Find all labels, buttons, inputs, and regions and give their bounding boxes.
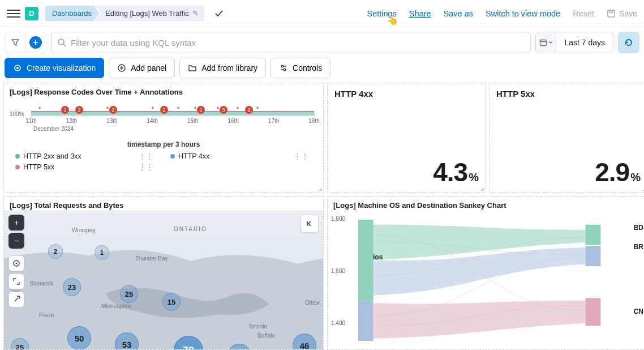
switch-view-link[interactable]: Switch to view mode — [486, 9, 560, 18]
panel-http-4xx[interactable]: HTTP 4xx 4.3% — [327, 83, 486, 193]
annotation-marker[interactable]: * — [216, 104, 219, 113]
map-cluster[interactable]: 2 — [48, 244, 63, 259]
svg-rect-17 — [358, 220, 373, 301]
map-cluster[interactable]: 50 — [67, 326, 91, 350]
save-icon — [607, 9, 616, 18]
map-svg — [4, 210, 323, 349]
map-city-label: Ottaw — [305, 300, 320, 306]
collapse-icon — [305, 219, 314, 228]
breadcrumb-root[interactable]: Dashboards — [45, 6, 100, 22]
annotation-marker[interactable]: 2 — [197, 104, 205, 114]
breadcrumb-current[interactable]: Editing [Logs] Web Traffic ✎ — [95, 6, 204, 22]
annotation-marker[interactable]: 2 — [245, 104, 253, 114]
date-picker[interactable]: Last 7 days — [535, 32, 613, 53]
x-tick: 18th — [308, 118, 319, 124]
add-panel-button[interactable]: Add panel — [109, 58, 175, 78]
annotation-marker[interactable]: * — [194, 104, 196, 113]
filter-button[interactable] — [5, 32, 25, 53]
map-city-label: Pierre — [39, 312, 54, 318]
save-as-link[interactable]: Save as — [444, 9, 473, 18]
sankey-target-label: CN — [634, 308, 643, 315]
plus-icon: + — [29, 36, 42, 49]
controls-label: Controls — [293, 63, 322, 72]
map-city-label: Winnipeg — [72, 227, 96, 233]
y-tick: 1,600 — [331, 268, 345, 274]
annotation-marker[interactable]: * — [38, 104, 41, 113]
app-logo-badge[interactable]: D — [25, 7, 38, 20]
y-tick: 1,400 — [331, 320, 345, 326]
reset-link: Reset — [573, 9, 594, 18]
zoom-out-button[interactable]: − — [8, 233, 24, 249]
annotation-marker[interactable]: * — [106, 104, 109, 113]
add-from-library-button[interactable]: Add from library — [179, 58, 266, 78]
zoom-in-button[interactable]: + — [8, 215, 24, 231]
annotation-marker[interactable]: 2 — [75, 104, 83, 114]
kql-search[interactable] — [51, 32, 531, 53]
annotation-markers: *22*2*2**2*3*2* — [31, 104, 314, 112]
panel-response-codes[interactable]: [Logs] Response Codes Over Time + Annota… — [3, 83, 324, 193]
metric-title: HTTP 4xx — [328, 83, 485, 104]
map-city-label: Buffalo — [257, 332, 275, 339]
hamburger-menu-icon[interactable] — [7, 7, 20, 20]
legend-item[interactable]: HTTP 5xx⋮⋮ — [15, 163, 157, 171]
annotation-marker[interactable]: 2 — [160, 104, 168, 114]
refresh-icon — [624, 38, 633, 47]
map-cluster[interactable]: 23 — [63, 278, 81, 296]
share-link[interactable]: Share — [409, 9, 431, 18]
sliders-icon — [279, 63, 288, 72]
panel-title: [Logs] Machine OS and Destination Sankey… — [328, 197, 644, 212]
chevron-down-icon — [548, 40, 553, 45]
add-library-label: Add from library — [201, 63, 257, 72]
add-filter-button[interactable]: + — [25, 32, 46, 53]
filter-group: + — [5, 32, 46, 53]
confirm-title-button[interactable] — [212, 7, 226, 20]
y-axis-label: 100% — [10, 111, 24, 117]
x-tick: 14th — [147, 118, 158, 124]
x-tick: 11th — [25, 118, 36, 124]
kql-input[interactable] — [71, 38, 525, 48]
y-tick: 1,800 — [331, 216, 345, 222]
legend-item[interactable]: HTTP 2xx and 3xx⋮⋮ — [15, 152, 157, 160]
metric-title: HTTP 5xx — [490, 83, 644, 104]
plus-circle-icon — [117, 63, 126, 72]
annotation-marker[interactable]: 3 — [220, 104, 227, 114]
map-tool-controls — [8, 255, 24, 308]
panel-sankey[interactable]: [Logs] Machine OS and Destination Sankey… — [327, 196, 644, 350]
date-range-label[interactable]: Last 7 days — [556, 32, 613, 53]
resize-handle[interactable] — [319, 187, 322, 191]
resize-handle[interactable] — [480, 187, 484, 191]
map-city-label: Toronto — [248, 323, 267, 330]
legend-toggle-button[interactable] — [300, 215, 319, 233]
metric-value: 2.9% — [595, 157, 640, 187]
create-visualization-button[interactable]: Create visualization — [5, 58, 104, 78]
refresh-button[interactable] — [618, 32, 639, 53]
annotation-marker[interactable]: 2 — [61, 104, 69, 114]
svg-rect-18 — [358, 301, 373, 341]
annotation-marker[interactable]: 2 — [109, 104, 117, 114]
map-canvas[interactable]: Winnipeg ONTARIO Thunder Bay Bismarck Mi… — [4, 210, 323, 349]
map-zoom-controls: + − — [8, 215, 24, 249]
sankey-chart: 1,800 1,600 1,400 ios — [331, 211, 643, 349]
panel-http-5xx[interactable]: HTTP 5xx 2.9% — [489, 83, 644, 193]
map-cluster[interactable]: 1 — [95, 245, 109, 260]
pencil-icon: ✎ — [192, 9, 199, 18]
create-viz-label: Create visualization — [27, 63, 96, 72]
svg-rect-21 — [586, 298, 601, 326]
annotation-marker[interactable]: * — [177, 104, 179, 113]
expand-button[interactable] — [8, 274, 24, 289]
save-button: Save — [607, 9, 637, 18]
calendar-button[interactable] — [536, 32, 556, 53]
panel-map[interactable]: [Logs] Total Requests and Bytes Winnipeg… — [3, 196, 324, 350]
controls-button[interactable]: Controls — [271, 58, 330, 78]
annotation-marker[interactable]: * — [151, 104, 154, 113]
fit-bounds-button[interactable] — [8, 255, 24, 271]
tools-button[interactable] — [8, 292, 24, 308]
legend-item[interactable]: HTTP 4xx⋮⋮ — [170, 152, 312, 160]
annotation-marker[interactable]: * — [256, 104, 259, 113]
map-cluster[interactable]: 25 — [120, 285, 138, 303]
calendar-icon — [539, 39, 547, 46]
annotation-marker[interactable]: * — [236, 104, 239, 113]
map-cluster[interactable]: 15 — [162, 293, 181, 311]
settings-link[interactable]: Settings — [367, 9, 397, 18]
x-tick: 13th — [106, 118, 117, 124]
